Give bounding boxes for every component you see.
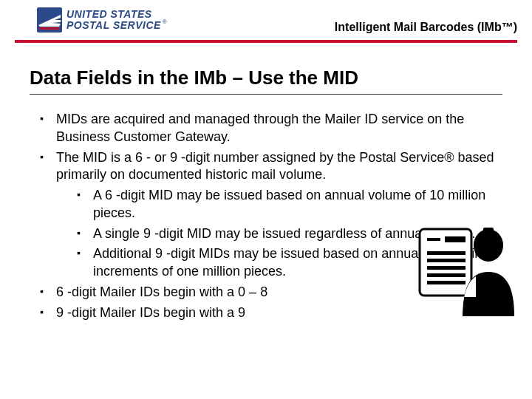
- svg-rect-2: [427, 238, 440, 241]
- slide-title: Data Fields in the IMb – Use the MID: [30, 66, 502, 89]
- header-divider: [15, 40, 517, 43]
- registered-mark: ®: [163, 19, 167, 25]
- slide: UNITED STATES POSTAL SERVICE ® Intellige…: [0, 0, 532, 399]
- svg-rect-4: [427, 251, 466, 255]
- header-title: Intelligent Mail Barcodes (IMb™): [335, 21, 517, 34]
- svg-rect-5: [427, 259, 466, 262]
- bullet-text: 9 -digit Mailer IDs begin with a 9: [56, 305, 245, 320]
- usps-wordmark: UNITED STATES POSTAL SERVICE ®: [66, 9, 167, 30]
- header: UNITED STATES POSTAL SERVICE ® Intellige…: [0, 0, 532, 44]
- svg-rect-6: [427, 266, 466, 270]
- svg-rect-10: [483, 228, 494, 233]
- bullet-text: The MID is a 6 - or 9 -digit number assi…: [56, 150, 494, 183]
- usps-eagle-logo-icon: [37, 7, 62, 33]
- svg-point-9: [474, 229, 503, 262]
- svg-rect-8: [427, 281, 466, 284]
- mailer-id-clipart-icon: [418, 214, 514, 318]
- bullet-text: 6 -digit Mailer IDs begin with a 0 – 8: [56, 284, 267, 299]
- svg-rect-3: [445, 236, 466, 242]
- svg-rect-7: [427, 273, 466, 277]
- bullet-item: MIDs are acquired and managed through th…: [40, 111, 502, 146]
- brand-line2: POSTAL SERVICE: [66, 20, 161, 31]
- bullet-text: MIDs are acquired and managed through th…: [56, 112, 464, 144]
- brand-line1: UNITED STATES: [66, 9, 167, 20]
- title-underline: [30, 94, 502, 95]
